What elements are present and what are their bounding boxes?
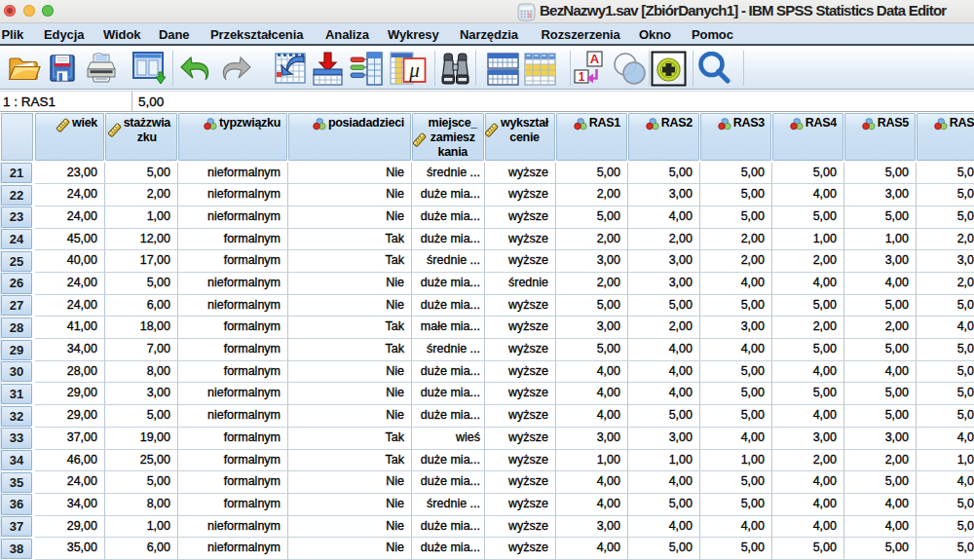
svg-text:1: 1 — [579, 70, 585, 84]
svg-text:A: A — [590, 52, 600, 66]
svg-text:μ: μ — [408, 58, 420, 82]
